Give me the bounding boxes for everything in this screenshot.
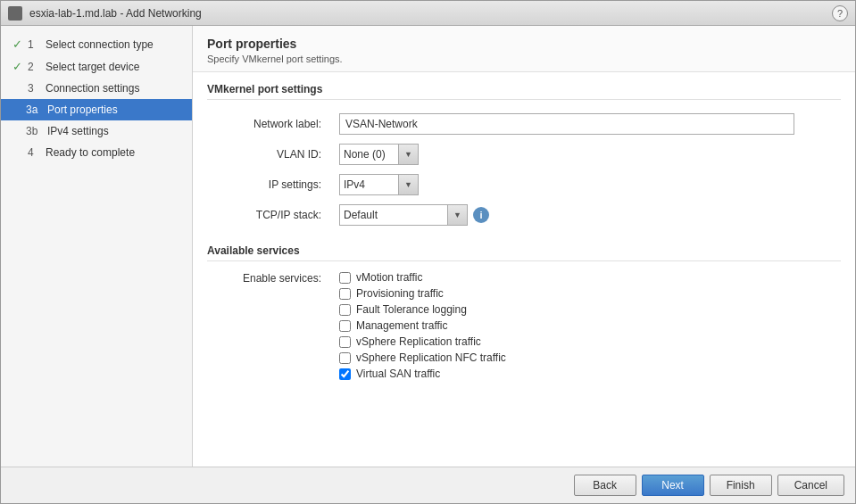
help-button[interactable]: ? — [832, 5, 848, 21]
fault-tolerance-label: Fault Tolerance logging — [356, 303, 467, 316]
vlan-id-row: VLAN ID: None (0) ▼ — [207, 139, 841, 169]
panel-title: Port properties — [207, 37, 841, 51]
virtual-san-checkbox[interactable] — [339, 368, 351, 380]
service-vmotion: vMotion traffic — [339, 271, 834, 284]
ip-settings-select[interactable]: IPv4 — [340, 177, 398, 193]
main-panel: Port properties Specify VMkernel port se… — [193, 26, 855, 467]
vsphere-replication-nfc-label: vSphere Replication NFC traffic — [356, 351, 506, 364]
vlan-id-select-box[interactable]: None (0) ▼ — [339, 144, 419, 165]
service-vsphere-replication-nfc: vSphere Replication NFC traffic — [339, 351, 834, 364]
service-virtual-san: Virtual SAN traffic — [339, 368, 834, 380]
vlan-id-select[interactable]: None (0) — [340, 146, 398, 162]
titlebar-left: esxia-lab-1.md.lab - Add Networking — [8, 6, 202, 21]
step1-num: 1 — [28, 38, 42, 51]
provisioning-label: Provisioning traffic — [356, 287, 444, 300]
step3a-label: Port properties — [47, 103, 118, 116]
panel-header: Port properties Specify VMkernel port se… — [193, 26, 855, 72]
sidebar: ✓ 1 Select connection type ✓ 2 Select ta… — [1, 26, 193, 467]
content-area: ✓ 1 Select connection type ✓ 2 Select ta… — [1, 26, 855, 467]
ip-settings-value-cell: IPv4 ▼ — [332, 169, 841, 200]
network-label-field: Network label: — [207, 109, 332, 139]
available-services-section: Available services Enable services: vMot… — [207, 244, 841, 383]
panel-body: VMkernel port settings Network label: VL… — [193, 72, 855, 467]
checkbox-list: vMotion traffic Provisioning traffic Fau — [339, 271, 834, 380]
vlan-id-field: VLAN ID: — [207, 139, 332, 169]
bottom-bar: Back Next Finish Cancel — [1, 467, 855, 503]
vlan-id-value-cell: None (0) ▼ — [332, 139, 841, 169]
service-provisioning: Provisioning traffic — [339, 287, 834, 300]
step3a-num: 3a — [26, 103, 44, 116]
cancel-button[interactable]: Cancel — [777, 475, 844, 496]
services-section-title: Available services — [207, 244, 841, 261]
tcpip-stack-select-wrapper: Default ▼ — [339, 204, 468, 226]
sidebar-item-step2[interactable]: ✓ 2 Select target device — [1, 55, 192, 78]
fault-tolerance-checkbox[interactable] — [339, 304, 351, 316]
enable-services-field: Enable services: — [207, 269, 332, 383]
enable-services-checkboxes: vMotion traffic Provisioning traffic Fau — [332, 269, 841, 383]
service-fault-tolerance: Fault Tolerance logging — [339, 303, 834, 316]
ip-settings-field: IP settings: — [207, 169, 332, 200]
sidebar-item-step1[interactable]: ✓ 1 Select connection type — [1, 33, 192, 55]
vmkernel-section-title: VMkernel port settings — [207, 83, 841, 100]
services-form: Enable services: vMotion traffic — [207, 269, 841, 383]
back-button[interactable]: Back — [574, 475, 636, 496]
virtual-san-label: Virtual SAN traffic — [356, 368, 440, 380]
step1-label: Select connection type — [46, 38, 154, 51]
check-icon-step1: ✓ — [10, 37, 24, 51]
tcpip-stack-field: TCP/IP stack: — [207, 200, 332, 230]
sidebar-item-step4[interactable]: 4 Ready to complete — [1, 142, 192, 163]
panel-subtitle: Specify VMkernel port settings. — [207, 54, 841, 64]
enable-services-row: Enable services: vMotion traffic — [207, 269, 841, 383]
sidebar-item-step3[interactable]: 3 Connection settings — [1, 78, 192, 99]
provisioning-checkbox[interactable] — [339, 288, 351, 300]
service-management: Management traffic — [339, 319, 834, 332]
network-label-row: Network label: — [207, 109, 841, 139]
ip-settings-row: IP settings: IPv4 ▼ — [207, 169, 841, 200]
window-title: esxia-lab-1.md.lab - Add Networking — [29, 7, 202, 20]
management-label: Management traffic — [356, 319, 448, 332]
network-label-value-cell — [332, 109, 841, 139]
management-checkbox[interactable] — [339, 320, 351, 332]
vmkernel-form: Network label: VLAN ID: None (0) — [207, 109, 841, 230]
ip-settings-dropdown-arrow[interactable]: ▼ — [398, 175, 418, 194]
sidebar-item-step3b[interactable]: 3b IPv4 settings — [1, 120, 192, 142]
vsphere-replication-nfc-checkbox[interactable] — [339, 352, 351, 364]
vmotion-label: vMotion traffic — [356, 271, 422, 284]
vlan-id-select-wrapper: None (0) ▼ — [339, 144, 419, 165]
tcpip-stack-dropdown-arrow[interactable]: ▼ — [447, 205, 467, 225]
tcpip-stack-select-box[interactable]: Default ▼ — [339, 204, 468, 226]
main-window: esxia-lab-1.md.lab - Add Networking ? ✓ … — [0, 0, 856, 504]
tcpip-info-icon[interactable]: i — [473, 207, 489, 223]
tcpip-stack-row: TCP/IP stack: Default ▼ i — [207, 200, 841, 230]
titlebar: esxia-lab-1.md.lab - Add Networking ? — [1, 1, 855, 26]
step2-num: 2 — [28, 61, 42, 73]
tcpip-stack-select[interactable]: Default — [340, 207, 447, 223]
step2-label: Select target device — [46, 61, 139, 73]
sidebar-item-step3a[interactable]: 3a Port properties — [1, 99, 192, 120]
tcpip-stack-value-cell: Default ▼ i — [332, 200, 841, 230]
ip-settings-select-box[interactable]: IPv4 ▼ — [339, 174, 419, 195]
step3b-label: IPv4 settings — [47, 125, 109, 137]
vsphere-replication-checkbox[interactable] — [339, 336, 351, 348]
service-vsphere-replication: vSphere Replication traffic — [339, 335, 834, 348]
check-icon-step2: ✓ — [10, 60, 24, 73]
step3-num: 3 — [28, 82, 42, 95]
step4-num: 4 — [28, 146, 42, 159]
ip-settings-select-wrapper: IPv4 ▼ — [339, 174, 419, 195]
step4-label: Ready to complete — [46, 146, 135, 159]
vlan-id-dropdown-arrow[interactable]: ▼ — [398, 145, 418, 164]
step3-label: Connection settings — [46, 82, 139, 95]
next-button[interactable]: Next — [642, 475, 704, 496]
window-icon — [8, 6, 22, 21]
vmotion-checkbox[interactable] — [339, 272, 351, 284]
network-label-input[interactable] — [339, 113, 794, 135]
step3b-num: 3b — [26, 125, 44, 137]
finish-button[interactable]: Finish — [710, 475, 772, 496]
vsphere-replication-label: vSphere Replication traffic — [356, 335, 481, 348]
